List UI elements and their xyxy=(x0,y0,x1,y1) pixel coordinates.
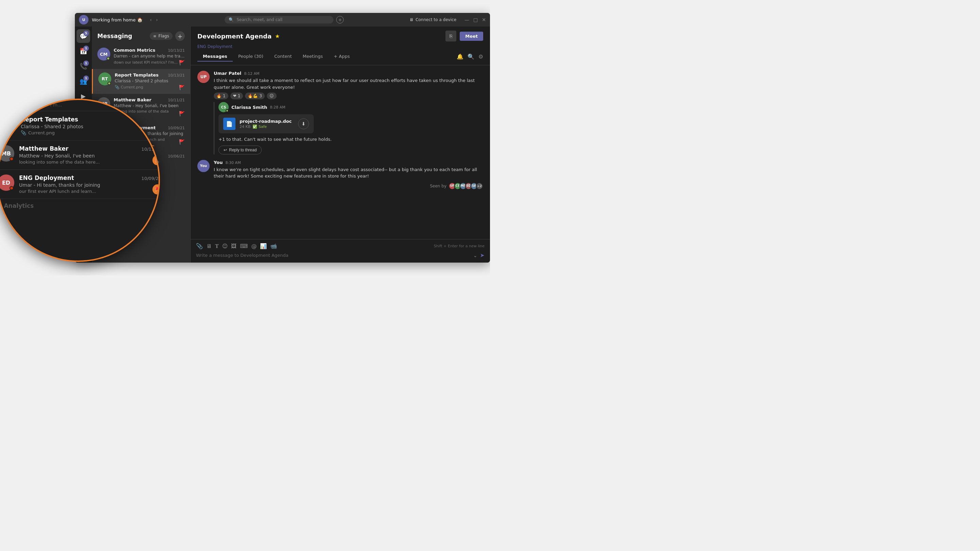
message-group-umar: UP Umar Patel 8:12 AM I think we should … xyxy=(197,71,483,154)
message-header-you: You 8:30 AM xyxy=(214,160,483,165)
reaction-fire-muscle[interactable]: 🔥💪 3 xyxy=(245,92,265,99)
chat-preview2: down our latest KPI metrics? I'm... 🚩 xyxy=(114,60,185,65)
sender-name-you: You xyxy=(214,160,223,165)
chat-date: 10/13/21 xyxy=(168,73,185,78)
chat-top: Common Metrics 10/13/21 xyxy=(114,48,185,53)
window-controls: — □ ✕ xyxy=(465,17,486,22)
message-reactions: 🔥 1 ❤️ 1 🔥💪 3 😊 xyxy=(214,92,483,99)
chat-info-report-templates: Report Templates 10/13/21 Clarissa - Sha… xyxy=(115,73,185,90)
chat-preview2: 📎 Current.png 🚩 xyxy=(115,85,185,90)
zoom-content: anyone help ur latest KPI metrics? I'm..… xyxy=(0,98,160,213)
input-right-controls: ⌄ ➤ xyxy=(473,252,485,259)
keyboard-icon[interactable]: ⌨ xyxy=(240,243,248,249)
video-icon[interactable]: 📹 xyxy=(270,243,277,249)
search-channel-icon[interactable]: 🔍 xyxy=(468,53,474,60)
tab-content[interactable]: Content xyxy=(269,52,298,62)
reaction-heart[interactable]: ❤️ 1 xyxy=(231,92,243,99)
reply-thread-label: Reply to thread xyxy=(229,148,256,152)
file-attachment: 📄 project-roadmap.doc 24 KB ✅ Safe ⬇ xyxy=(218,114,314,133)
search-placeholder: Search, meet, and call xyxy=(237,17,282,22)
message-body-you: You 8:30 AM I know we're on tight schedu… xyxy=(214,160,483,190)
channel-subtitle: ENG Deployment xyxy=(197,44,483,49)
screen-share-icon[interactable]: 🖥 xyxy=(206,243,212,249)
copy-link-button[interactable]: ⎘ xyxy=(445,30,456,41)
user-avatar: U xyxy=(79,15,89,24)
channel-tabs: Messages People (30) Content Meetings + … xyxy=(197,52,355,62)
chat-date: 10/11/21 xyxy=(168,98,185,102)
attachment-icon: 📎 xyxy=(115,85,119,89)
status-online xyxy=(108,82,111,85)
nav-forward[interactable]: › xyxy=(154,16,159,23)
zoom-avatar-ed: ED xyxy=(0,175,14,191)
zoom-chat-item-matthew-baker[interactable]: MB Matthew Baker 10/11/21 Matthew - Hey … xyxy=(0,140,160,170)
zoom-chat-item-eng-deployment[interactable]: ED ENG Deployment 10/09/21 Umar - Hi tea… xyxy=(0,170,160,199)
send-button[interactable]: ➤ xyxy=(480,252,485,259)
settings-channel-icon[interactable]: ⚙ xyxy=(479,53,483,60)
sidebar-item-calendar[interactable]: 📅 1 xyxy=(76,44,90,58)
channel-content: Development Agenda ★ ⎘ Meet ENG Deployme… xyxy=(191,27,490,263)
channel-header-right: ⎘ Meet xyxy=(445,30,483,41)
chat-name: Common Metrics xyxy=(114,48,156,53)
attachment-icon: 📎 xyxy=(21,130,26,135)
zoom-avatar-mb: MB xyxy=(0,145,14,162)
add-conversation-button[interactable]: + xyxy=(175,31,185,41)
title-bar: U Working from home 🏠 ‹ › 🔍 Search, meet… xyxy=(75,13,490,27)
chart-icon[interactable]: 📊 xyxy=(260,243,267,249)
zoom-name: Matthew Baker xyxy=(19,145,68,152)
message-text-umar: I think we should all take a moment to r… xyxy=(214,77,483,91)
zoom-date: 10/13/21 xyxy=(142,118,160,122)
message-group-you: You You 8:30 AM I know we're on tight sc… xyxy=(197,160,483,190)
title-bar-right: 🖥 Connect to a device — □ ✕ xyxy=(409,17,486,22)
chat-info-common-metrics: Common Metrics 10/13/21 Darren - can any… xyxy=(114,48,185,65)
image-icon[interactable]: 🖼 xyxy=(231,243,237,249)
chat-item-report-templates[interactable]: RT Report Templates 10/13/21 Clarissa - … xyxy=(92,69,190,94)
monitor-icon: 🖥 xyxy=(409,17,414,22)
messaging-title: Messaging xyxy=(97,33,147,40)
file-download-button[interactable]: ⬇ xyxy=(298,118,309,129)
messaging-header: Messaging ≡ Flags + xyxy=(92,27,190,44)
flags-button[interactable]: ≡ Flags xyxy=(150,32,172,40)
channel-title: Working from home 🏠 xyxy=(92,17,143,22)
calendar-badge: 1 xyxy=(83,46,89,51)
reaction-fire[interactable]: 🔥 1 xyxy=(214,92,228,99)
tab-apps[interactable]: + Apps xyxy=(328,52,355,62)
chat-preview: Clarissa - Shared 2 photos xyxy=(115,78,185,84)
sidebar-item-chat[interactable]: 💬 5 xyxy=(76,29,90,43)
zoom-preview: Umar - Hi team, thanks for joining xyxy=(19,182,160,188)
mention-icon[interactable]: @ xyxy=(251,243,256,249)
search-bar[interactable]: 🔍 Search, meet, and call xyxy=(224,16,334,24)
minimize-button[interactable]: — xyxy=(465,17,469,22)
chat-item-common-metrics[interactable]: CM Common Metrics 10/13/21 Darren - can … xyxy=(92,44,190,69)
connect-device[interactable]: 🖥 Connect to a device xyxy=(409,17,456,22)
nav-back[interactable]: ‹ xyxy=(149,16,153,23)
maximize-button[interactable]: □ xyxy=(473,17,478,22)
flags-label: Flags xyxy=(159,34,169,38)
message-text-you: I know we're on tight schedules, and eve… xyxy=(214,166,483,179)
sidebar-item-calls[interactable]: 📞 1 xyxy=(76,59,90,73)
message-time-you: 8:30 AM xyxy=(225,160,240,165)
tab-meetings[interactable]: Meetings xyxy=(298,52,328,62)
zoom-date: 10/11/21 xyxy=(142,147,160,152)
channel-header-top: Development Agenda ★ ⎘ Meet xyxy=(197,30,483,41)
sidebar-item-people[interactable]: 👥 1 xyxy=(76,74,90,88)
message-input-placeholder[interactable]: Write a message to Development Agenda xyxy=(196,253,473,258)
zoom-chat-item-report-templates[interactable]: RT Report Templates 10/13/21 Clarissa - … xyxy=(0,111,160,140)
emoji-icon[interactable]: 😊 xyxy=(222,243,228,249)
format-icon[interactable]: T xyxy=(215,243,219,249)
chat-badge: 5 xyxy=(83,30,89,36)
reply-to-thread-button[interactable]: ↩ Reply to thread xyxy=(218,146,262,154)
meet-button[interactable]: Meet xyxy=(460,32,483,41)
reaction-smile[interactable]: 😊 xyxy=(267,92,277,99)
sender-name: Umar Patel xyxy=(214,71,241,76)
tab-people[interactable]: People (30) xyxy=(233,52,269,62)
close-button[interactable]: ✕ xyxy=(482,17,486,22)
expand-icon[interactable]: ⌄ xyxy=(473,253,477,258)
chat-name: Report Templates xyxy=(115,73,159,78)
attach-icon[interactable]: 📎 xyxy=(196,243,203,249)
tab-messages[interactable]: Messages xyxy=(197,52,233,62)
notification-icon[interactable]: 🔔 xyxy=(457,53,463,60)
message-body-umar: Umar Patel 8:12 AM I think we should all… xyxy=(214,71,483,154)
messages-area: UP Umar Patel 8:12 AM I think we should … xyxy=(191,65,490,239)
search-plus-button[interactable]: + xyxy=(336,16,344,24)
seen-avatars: UP CS MB ED SA +2 xyxy=(449,182,483,190)
